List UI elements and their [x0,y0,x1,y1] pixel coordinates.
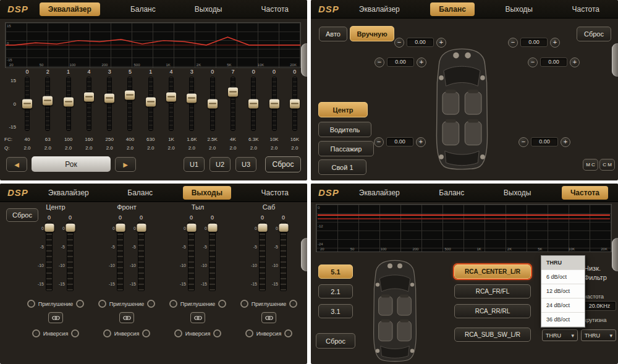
slider-thumb[interactable] [258,224,267,232]
minus-button[interactable] [394,38,404,48]
link-channels-button[interactable] [190,312,205,323]
eq-slider-thumb[interactable] [22,99,32,109]
side-panel-handle[interactable] [301,43,307,77]
eq-band-slider[interactable] [127,77,132,131]
slider-thumb[interactable] [44,224,54,232]
minus-button[interactable] [528,57,538,67]
tab-balance[interactable]: Баланс [119,186,161,200]
eq-band-slider[interactable] [148,77,153,131]
eq-band-slider[interactable] [45,77,50,131]
eq-band-slider[interactable] [251,77,256,131]
invert-toggle-left[interactable] [32,329,40,337]
channel-rca-rear-button[interactable]: RCA_RR/RL [454,304,531,318]
eq-slider-thumb[interactable] [187,94,197,103]
output-level-slider-left[interactable] [188,222,195,291]
output-level-slider-left[interactable] [117,222,124,291]
tab-equalizer[interactable]: Эквалайзер [40,186,98,200]
link-channels-button[interactable] [119,312,134,323]
reset-button[interactable]: Сброс [577,27,611,41]
tab-outputs[interactable]: Выходы [186,2,231,16]
eq-slider-thumb[interactable] [125,91,135,100]
tab-outputs[interactable]: Выходы [495,186,540,200]
eq-band-slider[interactable] [25,77,30,131]
mute-toggle-left[interactable] [240,300,248,308]
mode-2-1-button[interactable]: 2.1 [318,284,353,298]
tab-equalizer[interactable]: Эквалайзер [350,186,408,200]
slider-thumb[interactable] [279,224,288,232]
tab-balance[interactable]: Баланс [430,2,475,16]
tab-outputs[interactable]: Выходы [183,186,231,200]
invert-toggle-right[interactable] [213,329,221,337]
eq-slider-thumb[interactable] [146,98,156,107]
minus-button[interactable] [519,137,528,147]
mute-toggle-right[interactable] [218,300,226,308]
eq-slider-thumb[interactable] [84,92,94,101]
minus-button[interactable] [374,137,384,147]
preset-next-button[interactable] [115,157,136,172]
output-level-slider-right[interactable] [280,222,287,291]
minus-button[interactable] [375,57,384,67]
plus-button[interactable] [417,57,426,67]
eq-slider-thumb[interactable] [166,92,176,101]
position-driver-button[interactable]: Водитель [318,122,371,137]
eq-slider-thumb[interactable] [64,98,74,107]
link-channels-button[interactable] [261,312,276,323]
dropdown-option[interactable]: 6 dB/oct [541,270,585,284]
eq-slider-thumb[interactable] [208,99,218,109]
plus-button[interactable] [416,137,426,147]
slope-select-left[interactable]: THRU [542,329,578,341]
minus-button[interactable] [508,38,518,48]
tab-frequency[interactable]: Частота [563,2,607,16]
eq-slider-thumb[interactable] [248,99,258,109]
dropdown-option-selected[interactable]: THRU [541,256,585,270]
dropdown-option[interactable]: 24 dB/oct [541,298,585,313]
output-level-slider-left[interactable] [46,222,53,291]
eq-band-slider[interactable] [189,77,194,131]
plus-button[interactable] [436,38,446,48]
tab-balance[interactable]: Баланс [430,186,473,200]
tab-equalizer[interactable]: Эквалайзер [350,2,408,16]
mode-5-1-button[interactable]: 5.1 [318,265,353,279]
tab-frequency[interactable]: Частота [253,186,297,200]
memory-preset-button[interactable]: U3 [235,157,256,172]
mc-button[interactable]: M C [583,159,598,171]
eq-band-slider[interactable] [169,77,174,131]
eq-slider-thumb[interactable] [290,99,300,109]
eq-band-slider[interactable] [87,77,91,131]
position-custom1-button[interactable]: Свой 1 [318,159,366,175]
mute-toggle-right[interactable] [289,300,297,308]
tab-balance[interactable]: Баланс [122,2,164,16]
link-channels-button[interactable] [48,312,63,323]
manual-mode-button[interactable]: Вручную [350,26,394,41]
memory-preset-button[interactable]: U1 [184,157,205,172]
mode-3-1-button[interactable]: 3.1 [318,304,353,318]
invert-toggle-right[interactable] [71,329,79,337]
eq-slider-thumb[interactable] [269,99,279,109]
auto-mode-button[interactable]: Авто [319,27,347,41]
channel-rca-front-button[interactable]: RCA_FR/FL [454,284,531,298]
mute-toggle-right[interactable] [147,300,155,308]
slider-thumb[interactable] [66,224,75,232]
invert-toggle-right[interactable] [142,329,150,337]
eq-band-slider[interactable] [107,77,112,131]
output-level-slider-right[interactable] [138,222,145,291]
eq-band-slider[interactable] [231,77,235,131]
output-level-slider-right[interactable] [209,222,216,291]
eq-band-slider[interactable] [210,77,215,131]
side-panel-handle[interactable] [612,238,618,271]
invert-toggle-left[interactable] [103,329,111,337]
plus-button[interactable] [561,137,570,147]
reset-button[interactable]: Сброс [265,156,301,172]
slider-thumb[interactable] [187,224,196,232]
tab-equalizer[interactable]: Эквалайзер [40,2,100,16]
output-level-slider-right[interactable] [67,222,74,291]
tab-outputs[interactable]: Выходы [496,2,541,16]
side-panel-handle[interactable] [301,238,307,271]
eq-band-slider[interactable] [272,77,277,131]
position-center-button[interactable]: Центр [318,102,368,117]
channel-rca-center-button[interactable]: RCA_CENTER_L/R [454,265,531,279]
position-passenger-button[interactable]: Пассажир [318,141,374,156]
dropdown-option[interactable]: 12 dB/oct [541,284,585,298]
eq-slider-thumb[interactable] [43,96,53,105]
slope-select-right[interactable]: THRU [581,329,616,341]
